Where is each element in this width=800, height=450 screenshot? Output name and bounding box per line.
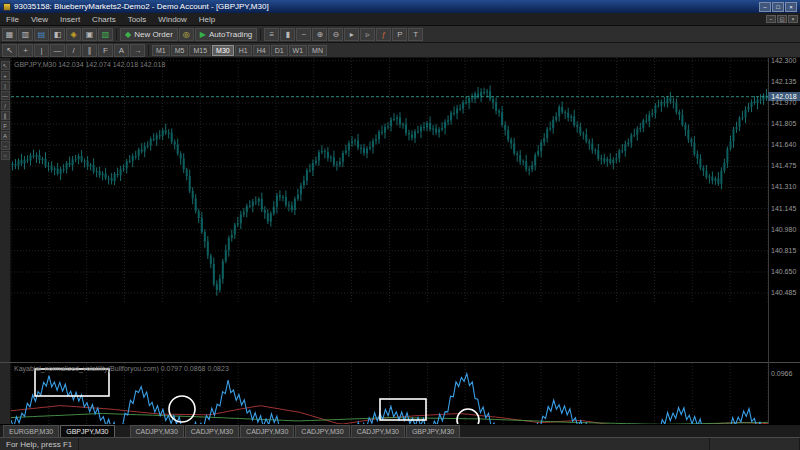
- menu-file[interactable]: File: [0, 13, 25, 25]
- window-controls: – □ ×: [759, 2, 797, 12]
- chart-tab-cadjpy-m30[interactable]: CADJPY,M30: [185, 425, 239, 437]
- chart-restore-button[interactable]: ◱: [777, 15, 787, 23]
- autotrading-button[interactable]: ▶AutoTrading: [195, 28, 257, 41]
- menu-tools[interactable]: Tools: [122, 13, 153, 25]
- text-label-icon[interactable]: A: [1, 131, 10, 140]
- price-axis-label: 141.640: [771, 141, 796, 148]
- timeframe-h1-button[interactable]: H1: [235, 45, 252, 56]
- arrow-icon[interactable]: →: [1, 141, 10, 150]
- chart-tab-cadjpy-m30[interactable]: CADJPY,M30: [351, 425, 405, 437]
- zoom-out-icon[interactable]: ⊖: [328, 28, 343, 41]
- horizontal-line-icon[interactable]: —: [50, 44, 65, 57]
- timeframe-h4-button[interactable]: H4: [253, 45, 270, 56]
- equidistant-channel-icon[interactable]: ∥: [1, 111, 10, 120]
- new-chart-icon[interactable]: ▦: [2, 28, 17, 41]
- text-icon[interactable]: A: [114, 44, 129, 57]
- price-axis-label: 142.135: [771, 78, 796, 85]
- symbol-ohlc-label: GBPJPY,M30 142.034 142.074 142.018 142.0…: [14, 61, 165, 68]
- templates-icon[interactable]: T: [408, 28, 423, 41]
- indicator-label: Kayabial_normalized_volatility(Bullforyo…: [14, 365, 229, 372]
- cycle-lines-icon[interactable]: ○: [1, 151, 10, 160]
- fibonacci-icon[interactable]: F: [1, 121, 10, 130]
- new-order-label: New Order: [134, 30, 173, 39]
- chart-line-icon[interactable]: ~: [296, 28, 311, 41]
- menu-view[interactable]: View: [25, 13, 54, 25]
- menu-insert[interactable]: Insert: [54, 13, 86, 25]
- chart-tab-cadjpy-m30[interactable]: CADJPY,M30: [130, 425, 184, 437]
- price-axis-label: 141.970: [771, 99, 796, 106]
- cursor-icon[interactable]: ↖: [1, 61, 10, 70]
- market-watch-icon[interactable]: ▤: [34, 28, 49, 41]
- annotation-rectangle-1[interactable]: [35, 369, 109, 396]
- chart-tab-gbpjpy-m30[interactable]: GBPJPY,M30: [406, 425, 460, 437]
- price-axis-label: 140.980: [771, 226, 796, 233]
- chart-shift-icon[interactable]: ▹: [360, 28, 375, 41]
- indicators-icon[interactable]: ƒ: [376, 28, 391, 41]
- vertical-line-icon[interactable]: |: [1, 81, 10, 90]
- crosshair-icon[interactable]: +: [1, 71, 10, 80]
- timeframe-m1-button[interactable]: M1: [152, 45, 170, 56]
- title-bar: 93035158: BlueberryMarkets2-Demo2 - Demo…: [0, 0, 800, 13]
- horizontal-line-icon[interactable]: —: [1, 91, 10, 100]
- price-axis-label: 141.805: [771, 120, 796, 127]
- autotrading-label: AutoTrading: [209, 30, 252, 39]
- app-icon: [3, 3, 11, 11]
- minimize-button[interactable]: –: [759, 2, 771, 12]
- fibonacci-icon[interactable]: F: [98, 44, 113, 57]
- auto-scroll-icon[interactable]: ▸: [344, 28, 359, 41]
- menu-help[interactable]: Help: [193, 13, 221, 25]
- status-bar: For Help, press F1: [0, 437, 800, 450]
- status-segment: [710, 438, 800, 450]
- zoom-in-icon[interactable]: ⊕: [312, 28, 327, 41]
- toolbar-separator: [116, 29, 117, 40]
- maximize-button[interactable]: □: [772, 2, 784, 12]
- vertical-line-icon[interactable]: |: [34, 44, 49, 57]
- indicator-axis-max-label: 0.0966: [771, 370, 792, 377]
- chart-tab-bar: EURGBP,M30GBPJPY,M30CADJPY,M30CADJPY,M30…: [0, 424, 800, 437]
- profiles-icon[interactable]: ▥: [18, 28, 33, 41]
- new-order-button[interactable]: ◆New Order: [120, 28, 178, 41]
- window-title: 93035158: BlueberryMarkets2-Demo2 - Demo…: [14, 2, 269, 11]
- close-button[interactable]: ×: [785, 2, 797, 12]
- chart-tab-cadjpy-m30[interactable]: CADJPY,M30: [240, 425, 294, 437]
- chart-tab-cadjpy-m30[interactable]: CADJPY,M30: [295, 425, 349, 437]
- timeframe-m30-button[interactable]: M30: [212, 45, 234, 56]
- timeframe-d1-button[interactable]: D1: [271, 45, 288, 56]
- standard-toolbar: ▦▥▤◧◈▣▧◆New Order◎▶AutoTrading≡▮~⊕⊖▸▹ƒPT: [0, 26, 800, 43]
- crosshair-icon[interactable]: +: [18, 44, 33, 57]
- arrows-icon[interactable]: →: [130, 44, 145, 57]
- menu-window[interactable]: Window: [152, 13, 192, 25]
- channel-icon[interactable]: ∥: [82, 44, 97, 57]
- timeframe-mn-button[interactable]: MN: [308, 45, 327, 56]
- chart-window-controls: –◱×: [766, 15, 798, 23]
- terminal-icon[interactable]: ▣: [82, 28, 97, 41]
- timeframe-w1-button[interactable]: W1: [289, 45, 308, 56]
- trendline-icon[interactable]: /: [66, 44, 81, 57]
- chart-bars-icon[interactable]: ≡: [264, 28, 279, 41]
- periods-icon[interactable]: P: [392, 28, 407, 41]
- price-axis-label: 141.310: [771, 183, 796, 190]
- status-help-text: For Help, press F1: [0, 438, 79, 450]
- chart-tab-eurgbp-m30[interactable]: EURGBP,M30: [3, 425, 59, 437]
- trendline-icon[interactable]: /: [1, 101, 10, 110]
- chart-close-button[interactable]: ×: [788, 15, 798, 23]
- menu-charts[interactable]: Charts: [86, 13, 122, 25]
- price-axis-label: 140.650: [771, 268, 796, 275]
- price-axis-label: 140.485: [771, 289, 796, 296]
- annotation-circle-2[interactable]: [169, 396, 195, 422]
- candlestick-chart[interactable]: [11, 58, 768, 304]
- navigator-icon[interactable]: ◈: [66, 28, 81, 41]
- price-axis-label: 141.475: [771, 162, 796, 169]
- timeframe-m5-button[interactable]: M5: [171, 45, 189, 56]
- timeframe-m15-button[interactable]: M15: [189, 45, 211, 56]
- chart-candles-icon[interactable]: ▮: [280, 28, 295, 41]
- strategy-tester-icon[interactable]: ▧: [98, 28, 113, 41]
- chart-tab-gbpjpy-m30[interactable]: GBPJPY,M30: [60, 425, 114, 437]
- toolbar-separator: [260, 29, 261, 40]
- data-window-icon[interactable]: ◧: [50, 28, 65, 41]
- cursor-icon[interactable]: ↖: [2, 44, 17, 57]
- metaeditor-icon[interactable]: ◎: [179, 28, 194, 41]
- price-axis-divider: [768, 58, 769, 450]
- status-spacer: [79, 438, 710, 450]
- chart-minimize-button[interactable]: –: [766, 15, 776, 23]
